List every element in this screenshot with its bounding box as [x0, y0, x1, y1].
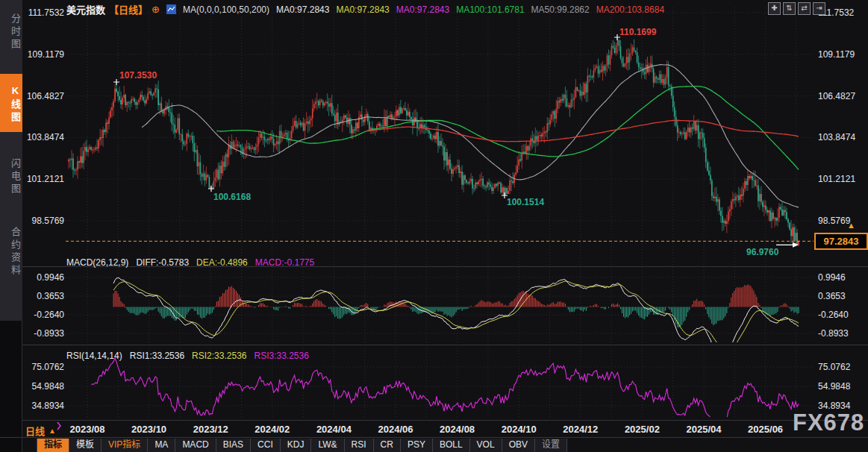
chart-tool-icons: ✚⇅⇄⇥	[768, 2, 825, 15]
toolbar-tab-CCI[interactable]: CCI	[250, 439, 281, 452]
toolbar-tab-BOLL[interactable]: BOLL	[432, 439, 470, 452]
price-ytick-left: 109.1179	[19, 49, 64, 60]
price-up-arrow-icon: ▲	[847, 222, 855, 229]
period-label: 日线	[25, 424, 45, 438]
rsi-ytick-right: 54.9848	[818, 381, 867, 392]
price-extreme-annotation: 96.9760	[746, 247, 778, 257]
x-axis-scale-icon[interactable]: ⇄	[798, 2, 811, 15]
ma-settings-label: MA(0,0,0,100,50,200)	[183, 4, 269, 15]
period-tag: 【日线】	[109, 2, 148, 16]
rsi1-value: RSI1:33.2536	[130, 351, 184, 361]
toolbar-tab-VOL[interactable]: VOL	[469, 439, 502, 452]
price-ytick-right: 98.5769	[818, 216, 867, 226]
toolbar-tab-模板[interactable]: 模板	[69, 439, 102, 452]
toolbar-tab-RSI[interactable]: RSI	[344, 439, 374, 452]
price-extreme-annotation: 107.3530	[119, 70, 157, 81]
xaxis-date-label: 2024/12	[549, 424, 612, 435]
xaxis-date-label: 2024/04	[302, 424, 365, 435]
rsi2-value: RSI2:33.2536	[192, 351, 246, 361]
price-ytick-left: 101.2121	[19, 174, 64, 184]
price-ytick-left: 103.8474	[19, 132, 64, 142]
toolbar-tab-OBV[interactable]: OBV	[502, 439, 535, 452]
price-ytick-right: 109.1179	[818, 49, 867, 60]
price-ytick-left: 98.5769	[19, 216, 64, 226]
rsi-ytick-left: 75.0762	[19, 362, 64, 372]
kline-style-icon[interactable]	[166, 4, 176, 14]
toolbar-tab-MACD[interactable]: MACD	[175, 439, 216, 452]
period-selector[interactable]: 日线 ▲	[25, 424, 56, 438]
ma-legend-value-1: MA0:97.2843	[276, 4, 329, 15]
price-ytick-right: 103.8474	[818, 132, 867, 142]
rsi-ytick-right: 75.0762	[818, 362, 867, 372]
chart-header: 美元指数 【日线】 ⊕ MA(0,0,0,100,50,200) MA0:97.…	[66, 2, 664, 16]
ma-legend-value-2: MA0:97.2843	[336, 4, 389, 15]
macd-diff-value: DIFF:-0.5783	[136, 257, 189, 268]
price-ytick-left: 111.7532	[19, 7, 64, 18]
xaxis-date-label: 2024/06	[364, 424, 427, 435]
xaxis-date-label: 2024/10	[487, 424, 550, 435]
crosshair-icon[interactable]: ✚	[768, 2, 781, 15]
xaxis-date-label: 2023/10	[118, 424, 181, 435]
macd-ytick-left: -0.2640	[19, 310, 64, 320]
macd-params-label: MACD(26,12,9)	[66, 257, 128, 268]
price-ytick-right: 106.4827	[818, 91, 867, 101]
macd-ytick-right: -0.2640	[818, 310, 867, 320]
xaxis-date-label: 2025/02	[611, 424, 673, 435]
rsi3-value: RSI3:33.2536	[255, 351, 309, 361]
xaxis-date-label: 2025/04	[672, 424, 735, 435]
toolbar-tab-VIP指标[interactable]: VIP指标	[101, 439, 148, 452]
price-extreme-annotation: 110.1699	[619, 27, 656, 37]
ma-legend-value-3: MA0:97.2843	[396, 4, 449, 15]
ma-legend: MA0:97.2843MA0:97.2843MA0:97.2843MA100:1…	[276, 4, 664, 15]
toolbar-tab-设置[interactable]: 设置	[534, 439, 567, 452]
symbol-name: 美元指数	[66, 2, 105, 16]
y-axis-scale-icon[interactable]: ⇅	[783, 2, 796, 15]
trading-app-window: { "sidebar": { "items": [ {"label": "分时图…	[0, 0, 868, 452]
price-ytick-right: 101.2121	[818, 174, 867, 184]
macd-ytick-right: 0.9946	[818, 272, 867, 283]
toolbar-tab-KDJ[interactable]: KDJ	[280, 439, 312, 452]
toolbar-tab-LW&[interactable]: LW&	[310, 439, 344, 452]
price-extreme-annotation: 100.6168	[213, 192, 251, 202]
price-extreme-annotation: 100.1514	[507, 197, 544, 207]
macd-ytick-left: -0.8933	[19, 328, 64, 339]
xaxis-date-label: 2024/08	[426, 424, 489, 435]
period-collapse-icon: ▲	[49, 427, 56, 435]
rsi-params-label: RSI(14,14,14)	[66, 351, 122, 361]
macd-ytick-right: 0.3653	[818, 291, 867, 301]
rsi-ytick-left: 54.9848	[19, 381, 64, 392]
macd-ytick-right: -0.8933	[818, 328, 867, 339]
macd-ytick-left: 0.3653	[19, 291, 64, 301]
ma-legend-value-5: MA50:99.2862	[531, 4, 590, 15]
price-ytick-left: 106.4827	[19, 91, 64, 101]
ma-legend-value-4: MA100:101.6781	[456, 4, 524, 15]
rsi-ytick-left: 34.8934	[19, 401, 64, 411]
rsi-header: RSI(14,14,14) RSI1:33.2536 RSI2:33.2536 …	[66, 351, 309, 361]
ma-legend-value-6: MA200:103.8684	[596, 4, 664, 15]
toolbar-tab-CR[interactable]: CR	[373, 439, 401, 452]
xaxis-date-label: 2024/02	[241, 424, 304, 435]
current-price-box: 97.2843	[814, 233, 868, 250]
macd-header: MACD(26,12,9) DIFF:-0.5783 DEA:-0.4896 M…	[66, 257, 314, 268]
toolbar-tab-PSY[interactable]: PSY	[400, 439, 433, 452]
add-indicator-icon[interactable]: ⊕	[152, 4, 160, 15]
watermark: FX678	[793, 409, 864, 436]
toolbar-tab-指标[interactable]: 指标	[37, 439, 69, 452]
toolbar-tab-BIAS[interactable]: BIAS	[216, 439, 251, 452]
xaxis-date-label: 2023/08	[56, 424, 119, 435]
macd-dea-value: DEA:-0.4896	[196, 257, 248, 268]
xaxis-date-label: 2023/12	[179, 424, 242, 435]
macd-ytick-left: 0.9946	[19, 272, 64, 283]
macd-macd-value: MACD:-0.1775	[255, 257, 314, 268]
toolbar-tab-MA[interactable]: MA	[147, 439, 175, 452]
indicator-toolbar: 指标模板VIP指标MAMACDBIASCCIKDJLW&RSICRPSYBOLL…	[37, 439, 567, 452]
xaxis-date-label: 2025/06	[734, 424, 797, 435]
chart-canvas[interactable]	[0, 0, 868, 452]
pan-right-icon[interactable]: ⇥	[813, 2, 825, 15]
